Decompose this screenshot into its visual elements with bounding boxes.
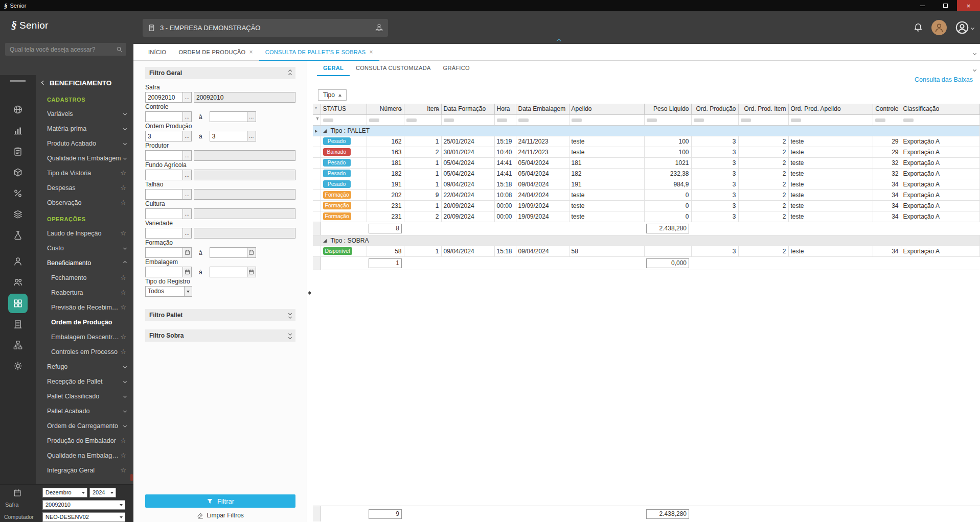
cell-numero[interactable]: 181 bbox=[367, 157, 404, 168]
cell-ord_prod_apelido[interactable]: teste bbox=[788, 147, 873, 157]
rail-gear-icon[interactable] bbox=[13, 361, 23, 371]
cell-peso_liquido[interactable]: 0 bbox=[644, 189, 691, 200]
filter-cultura-input[interactable] bbox=[145, 208, 183, 219]
filter-formacao-from-calendar-button[interactable] bbox=[183, 247, 192, 258]
column-filter-box[interactable] bbox=[518, 118, 529, 122]
cell-data_formacao[interactable]: 30/01/2024 bbox=[441, 147, 494, 157]
cell-data_embalagem[interactable]: 09/04/2024 bbox=[516, 179, 569, 189]
year-select[interactable]: 2024 bbox=[89, 488, 116, 497]
cell-apelido[interactable]: teste bbox=[569, 200, 644, 211]
cell-ord_prod_item[interactable]: 2 bbox=[738, 246, 788, 256]
cell-ord_prod_apelido[interactable]: teste bbox=[788, 200, 873, 211]
collapse-panel-icon[interactable] bbox=[289, 70, 291, 76]
cell-apelido[interactable]: teste bbox=[569, 211, 644, 222]
sidebar-item-previsao-de-recebimento[interactable]: Previsão de Recebimento☆ bbox=[36, 300, 133, 315]
col-header-classificacao[interactable]: Classificação bbox=[901, 104, 979, 114]
cell-ord_prod_apelido[interactable]: teste bbox=[788, 168, 873, 179]
filter-ordem-producao-from-lookup-button[interactable]: … bbox=[183, 131, 192, 141]
group-expand-icon[interactable] bbox=[323, 239, 327, 243]
cell-item[interactable]: 1 bbox=[404, 168, 441, 179]
cell-hora[interactable]: 15:18 bbox=[494, 179, 516, 189]
favorite-star-icon[interactable]: ☆ bbox=[120, 184, 126, 191]
view-tab-geral[interactable]: GERAL bbox=[317, 61, 350, 76]
group-expand-icon[interactable] bbox=[323, 129, 327, 133]
cell-status[interactable]: Pesado bbox=[321, 179, 367, 189]
col-header-ord-prod-apelido[interactable]: Ord. Prod. Apelido bbox=[788, 104, 873, 114]
cell-data_formacao[interactable]: 09/04/2024 bbox=[441, 179, 494, 189]
cell-ord_prod_item[interactable]: 2 bbox=[738, 200, 788, 211]
cell-apelido[interactable]: teste bbox=[569, 147, 644, 157]
cell-ord_prod_apelido[interactable]: teste bbox=[788, 189, 873, 200]
filter-formacao-from-input[interactable] bbox=[145, 247, 183, 258]
rail-clipboard-icon[interactable] bbox=[13, 147, 23, 156]
cell-ord_prod_item[interactable]: 2 bbox=[738, 168, 788, 179]
cell-numero[interactable]: 163 bbox=[367, 147, 404, 157]
org-structure-icon[interactable] bbox=[375, 24, 383, 32]
cell-apelido[interactable]: teste bbox=[569, 189, 644, 200]
favorite-star-icon[interactable]: ☆ bbox=[120, 170, 126, 176]
cell-ord_prod_item[interactable]: 2 bbox=[738, 211, 788, 222]
table-row[interactable]: Disponível58109/04/202415:1809/04/202458… bbox=[313, 246, 979, 256]
rail-chart-icon[interactable] bbox=[13, 126, 23, 135]
cell-item[interactable]: 2 bbox=[404, 147, 441, 157]
favorite-star-icon[interactable]: ☆ bbox=[120, 289, 126, 296]
favorite-star-icon[interactable]: ☆ bbox=[120, 199, 126, 206]
sidebar-item-fechamento[interactable]: Fechamento☆ bbox=[36, 270, 133, 285]
filter-fundo-agricola-lookup-button[interactable]: … bbox=[183, 170, 192, 180]
cell-ord_prod_apelido[interactable]: teste bbox=[788, 157, 873, 168]
filter-cultura-lookup-button[interactable]: … bbox=[183, 208, 192, 219]
view-tab-grafico[interactable]: GRÁFICO bbox=[437, 61, 476, 76]
tab-inicio[interactable]: INÍCIO bbox=[142, 44, 172, 61]
cell-data_embalagem[interactable]: 09/04/2024 bbox=[516, 246, 569, 256]
filter-formacao-to-input[interactable] bbox=[210, 247, 247, 258]
col-header-controle[interactable]: Controle bbox=[873, 104, 901, 114]
col-header-apelido[interactable]: Apelido bbox=[569, 104, 644, 114]
column-filter-box[interactable] bbox=[444, 118, 454, 122]
cell-ord_prod_apelido[interactable]: teste bbox=[788, 211, 873, 222]
filter-safra-lookup-button[interactable]: … bbox=[183, 92, 192, 103]
filter-safra-input[interactable] bbox=[145, 92, 183, 103]
cell-ord_prod_item[interactable]: 2 bbox=[738, 147, 788, 157]
cell-ord_prod_item[interactable]: 2 bbox=[738, 179, 788, 189]
filter-cell-data-formacao[interactable] bbox=[441, 114, 494, 125]
table-row[interactable]: Pesado191109/04/202415:1809/04/202419198… bbox=[313, 179, 979, 189]
cell-ord_producao[interactable]: 3 bbox=[691, 136, 738, 147]
cell-ord_producao[interactable]: 3 bbox=[691, 168, 738, 179]
cell-item[interactable]: 1 bbox=[404, 179, 441, 189]
col-header-data-embalagem[interactable]: Data Embalagem bbox=[516, 104, 569, 114]
cell-data_embalagem[interactable]: 05/04/2024 bbox=[516, 168, 569, 179]
cell-numero[interactable]: 182 bbox=[367, 168, 404, 179]
filtro-geral-header[interactable]: Filtro Geral bbox=[145, 67, 295, 79]
cell-peso_liquido[interactable] bbox=[644, 246, 691, 256]
tab-ordem-de-producao[interactable]: ORDEM DE PRODUÇÃO× bbox=[172, 44, 259, 61]
rail-users-icon[interactable] bbox=[13, 277, 23, 287]
screen-search-input[interactable] bbox=[9, 45, 116, 54]
filter-cell-ord-prod-apelido[interactable] bbox=[788, 114, 873, 125]
col-header-numero[interactable]: Número bbox=[367, 104, 404, 114]
cell-numero[interactable]: 162 bbox=[367, 136, 404, 147]
column-filter-box[interactable] bbox=[903, 118, 914, 122]
cell-item[interactable]: 1 bbox=[404, 136, 441, 147]
col-header-ord-prod-item[interactable]: Ord. Prod. Item bbox=[738, 104, 788, 114]
filter-ordem-producao-to-input[interactable] bbox=[210, 131, 247, 141]
cell-peso_liquido[interactable]: 984,9 bbox=[644, 179, 691, 189]
column-filter-box[interactable] bbox=[369, 118, 379, 122]
favorite-star-icon[interactable]: ☆ bbox=[120, 348, 126, 355]
rail-grid-tile-icon[interactable] bbox=[8, 294, 28, 313]
column-filter-box[interactable] bbox=[406, 118, 417, 122]
filter-controle-from-lookup-button[interactable]: … bbox=[183, 111, 192, 122]
favorite-star-icon[interactable]: ☆ bbox=[120, 274, 126, 281]
cell-numero[interactable]: 191 bbox=[367, 179, 404, 189]
filter-cell-apelido[interactable] bbox=[569, 114, 644, 125]
cell-hora[interactable]: 15:19 bbox=[494, 136, 516, 147]
sidebar-item-ordem-de-carregamento[interactable]: Ordem de Carregamento bbox=[36, 418, 133, 433]
filtro-sobra-header[interactable]: Filtro Sobra bbox=[145, 329, 295, 342]
cell-data_embalagem[interactable]: 05/04/2024 bbox=[516, 157, 569, 168]
sidebar-item-pallet-acabado[interactable]: Pallet Acabado bbox=[36, 404, 133, 418]
table-row[interactable]: Formação231120/09/202400:0019/09/2024tes… bbox=[313, 200, 979, 211]
filter-talhao-lookup-button[interactable]: … bbox=[183, 189, 192, 200]
filter-formacao-to-calendar-button[interactable] bbox=[247, 247, 256, 258]
cell-controle[interactable]: 34 bbox=[873, 189, 901, 200]
cell-status[interactable]: Pesado bbox=[321, 168, 367, 179]
filter-cell-ord-prod-item[interactable] bbox=[738, 114, 788, 125]
